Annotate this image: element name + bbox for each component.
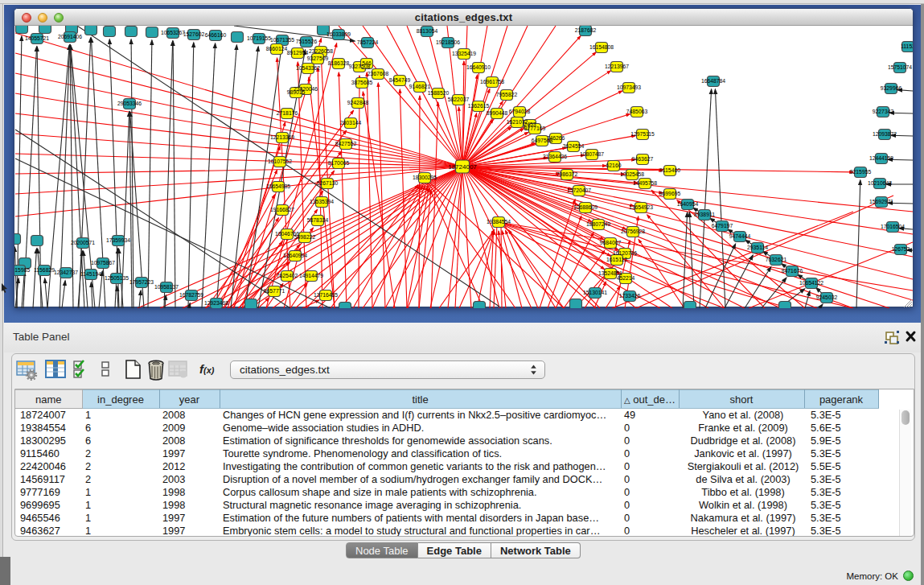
svg-text:19384554: 19384554 bbox=[487, 219, 511, 225]
svg-text:10210643: 10210643 bbox=[868, 180, 892, 186]
svg-text:12213369: 12213369 bbox=[270, 134, 294, 140]
svg-text:546: 546 bbox=[362, 60, 372, 66]
svg-text:6479197: 6479197 bbox=[712, 223, 733, 229]
svg-text:1733426: 1733426 bbox=[619, 293, 641, 299]
svg-text:16120746: 16120746 bbox=[613, 250, 637, 256]
svg-text:17359934: 17359934 bbox=[106, 237, 130, 243]
svg-text:3875685: 3875685 bbox=[351, 80, 373, 85]
svg-text:10807487: 10807487 bbox=[580, 151, 604, 157]
svg-text:20691406: 20691406 bbox=[58, 34, 82, 39]
svg-text:10958137: 10958137 bbox=[154, 284, 179, 290]
svg-text:62160: 62160 bbox=[606, 163, 622, 168]
svg-text:9777169: 9777169 bbox=[524, 126, 546, 131]
svg-text:15720407: 15720407 bbox=[567, 187, 591, 193]
svg-text:7515526: 7515526 bbox=[296, 39, 318, 44]
svg-text:7857224: 7857224 bbox=[357, 39, 379, 45]
svg-text:9227342: 9227342 bbox=[873, 109, 894, 114]
svg-text:9657771: 9657771 bbox=[264, 288, 285, 294]
svg-text:13716485: 13716485 bbox=[314, 292, 338, 298]
svg-text:13325419: 13325419 bbox=[452, 51, 476, 56]
svg-text:9242848: 9242848 bbox=[347, 100, 369, 105]
svg-text:8912954: 8912954 bbox=[287, 50, 309, 56]
svg-text:3624554: 3624554 bbox=[563, 143, 585, 149]
svg-text:9684007: 9684007 bbox=[600, 240, 622, 245]
svg-text:10671355: 10671355 bbox=[270, 37, 294, 43]
svg-text:17016504: 17016504 bbox=[881, 224, 905, 229]
svg-text:12505135: 12505135 bbox=[105, 275, 129, 281]
svg-text:8186328: 8186328 bbox=[328, 60, 350, 66]
svg-text:2803144: 2803144 bbox=[340, 120, 362, 126]
svg-text:13535394: 13535394 bbox=[310, 199, 334, 204]
svg-text:16033809: 16033809 bbox=[326, 31, 351, 37]
svg-text:10973493: 10973493 bbox=[617, 84, 641, 90]
svg-text:5878334: 5878334 bbox=[307, 217, 329, 223]
svg-text:19218506: 19218506 bbox=[436, 39, 460, 45]
svg-text:12923468: 12923468 bbox=[204, 300, 228, 306]
svg-text:7485063: 7485063 bbox=[626, 109, 648, 114]
svg-text:7955822: 7955822 bbox=[496, 92, 518, 97]
svg-text:20200571: 20200571 bbox=[71, 240, 95, 245]
svg-text:9329966: 9329966 bbox=[881, 85, 902, 91]
svg-text:7632621: 7632621 bbox=[766, 257, 787, 262]
svg-text:16640910: 16640910 bbox=[466, 64, 491, 70]
svg-text:1362615: 1362615 bbox=[468, 103, 490, 109]
svg-text:1145194: 1145194 bbox=[80, 271, 101, 277]
svg-text:29053346: 29053346 bbox=[117, 101, 142, 106]
svg-text:8990448: 8990448 bbox=[487, 110, 508, 116]
svg-text:10025458: 10025458 bbox=[620, 171, 644, 177]
svg-text:16782759: 16782759 bbox=[179, 292, 203, 298]
svg-text:5267130: 5267130 bbox=[317, 180, 339, 186]
svg-text:9474444: 9474444 bbox=[729, 233, 751, 239]
svg-text:8938911: 8938911 bbox=[694, 212, 715, 217]
svg-text:9245032: 9245032 bbox=[816, 295, 838, 300]
svg-text:10688609: 10688609 bbox=[573, 204, 598, 210]
svg-text:6466160: 6466160 bbox=[205, 32, 227, 38]
svg-text:6497568: 6497568 bbox=[532, 138, 553, 143]
svg-text:17957223: 17957223 bbox=[129, 279, 154, 285]
svg-text:7625402: 7625402 bbox=[277, 273, 298, 278]
svg-text:9463627: 9463627 bbox=[632, 156, 654, 162]
svg-text:2367608: 2367608 bbox=[368, 71, 389, 76]
svg-text:20756928: 20756928 bbox=[621, 229, 645, 234]
svg-text:21364436: 21364436 bbox=[543, 154, 567, 159]
svg-text:1156829: 1156829 bbox=[34, 267, 55, 273]
svg-text:14055721: 14055721 bbox=[25, 35, 49, 41]
svg-text:14495758: 14495758 bbox=[633, 180, 657, 186]
svg-text:13654923: 13654923 bbox=[629, 204, 653, 210]
svg-text:8660124: 8660124 bbox=[266, 46, 288, 51]
svg-text:126753: 126753 bbox=[892, 246, 910, 252]
svg-text:8813054: 8813054 bbox=[417, 28, 438, 34]
svg-text:18724007: 18724007 bbox=[448, 163, 477, 171]
svg-text:1640954: 1640954 bbox=[677, 201, 699, 207]
svg-text:16961758: 16961758 bbox=[480, 79, 504, 84]
svg-text:10543362: 10543362 bbox=[296, 65, 320, 71]
svg-text:15130141: 15130141 bbox=[583, 290, 607, 295]
svg-text:16154808: 16154808 bbox=[589, 44, 614, 50]
svg-text:8471676: 8471676 bbox=[782, 268, 803, 274]
svg-text:8454749: 8454749 bbox=[389, 77, 411, 83]
svg-text:2187682: 2187682 bbox=[575, 27, 597, 33]
svg-text:3915985: 3915985 bbox=[14, 267, 30, 273]
svg-text:2718176: 2718176 bbox=[277, 110, 298, 116]
svg-text:989015: 989015 bbox=[287, 89, 306, 95]
svg-text:5822037: 5822037 bbox=[448, 97, 470, 102]
svg-text:8427552: 8427552 bbox=[335, 141, 357, 146]
svg-text:16107552: 16107552 bbox=[268, 159, 292, 164]
svg-text:19654985: 19654985 bbox=[266, 183, 290, 189]
svg-text:12975115: 12975115 bbox=[630, 131, 655, 137]
svg-text:23226058: 23226058 bbox=[309, 48, 333, 54]
svg-text:7986372: 7986372 bbox=[556, 171, 578, 177]
svg-text:19166827: 19166827 bbox=[270, 207, 294, 212]
svg-text:5498222: 5498222 bbox=[294, 234, 316, 240]
svg-text:11152: 11152 bbox=[901, 43, 913, 49]
svg-text:8699695: 8699695 bbox=[659, 191, 681, 196]
svg-text:10719155: 10719155 bbox=[247, 35, 271, 41]
svg-text:12213967: 12213967 bbox=[605, 64, 629, 69]
svg-text:8170065: 8170065 bbox=[328, 160, 350, 166]
svg-text:1615112: 1615112 bbox=[606, 257, 627, 262]
svg-text:12093872: 12093872 bbox=[873, 131, 897, 137]
svg-text:1588520: 1588520 bbox=[428, 90, 450, 96]
svg-text:452214: 452214 bbox=[617, 275, 635, 281]
svg-text:6794028: 6794028 bbox=[509, 109, 531, 114]
svg-text:15751074: 15751074 bbox=[888, 64, 912, 70]
